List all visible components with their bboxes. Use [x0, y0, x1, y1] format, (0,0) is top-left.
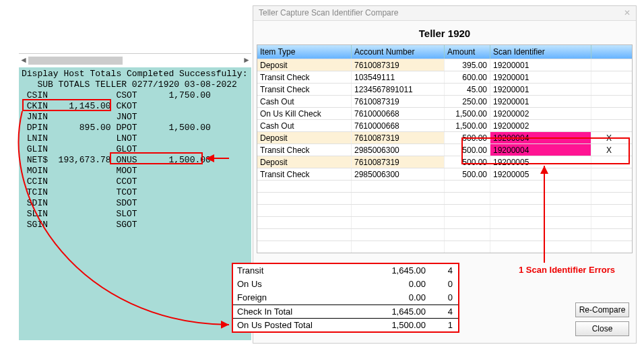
cell-amount: 600.00 [445, 71, 490, 83]
cell-item-type: Transit Check [257, 71, 352, 83]
host-line: NET$ 193,673.78 ONUS 1,500.00 [19, 155, 251, 166]
host-line: CSIN CSOT 1,750.00 [19, 90, 251, 101]
table-row[interactable] [257, 180, 632, 192]
cell-error-mark: X [591, 132, 626, 143]
host-line: MOIN MOOT [19, 166, 251, 176]
cell-account: 7610000668 [352, 120, 445, 131]
cell-error-mark [591, 168, 626, 180]
cell-amount: 500.00 [445, 144, 490, 156]
horizontal-scrollbar[interactable]: ◄ ► [19, 54, 251, 67]
summary-label: Check In Total [237, 305, 345, 318]
host-line: CCIN CCOT [19, 176, 251, 187]
cell-account: 2985006300 [352, 144, 445, 156]
summary-label: On Us Posted Total [237, 319, 345, 331]
col-header-scan[interactable]: Scan Identifier [490, 45, 591, 59]
table-row[interactable]: Deposit7610087319500.0019200005 [257, 156, 632, 168]
summary-count: 4 [426, 264, 453, 278]
table-row[interactable]: On Us Kill Check76100006681,500.00192000… [257, 107, 632, 119]
cell-scan-id: 19200004 [490, 132, 591, 143]
col-header-mark[interactable] [591, 45, 626, 59]
cell-error-mark [591, 120, 626, 131]
scan-grid: Item Type Account Number Amount Scan Ide… [257, 44, 633, 253]
cell-error-mark [591, 108, 626, 119]
host-line: CKIN 1,145.00 CKOT [19, 101, 251, 112]
scroll-right-icon[interactable]: ► [242, 56, 251, 65]
cell-amount: 250.00 [445, 96, 490, 107]
summary-value: 0.00 [345, 291, 426, 304]
cell-item-type: Cash Out [257, 96, 352, 107]
close-icon[interactable]: ✕ [624, 8, 631, 18]
summary-value: 1,645.00 [345, 305, 426, 318]
cell-account: 2985006300 [352, 168, 445, 180]
cell-amount: 500.00 [445, 168, 490, 180]
summary-value: 1,500.00 [345, 319, 426, 331]
cell-amount: 395.00 [445, 59, 490, 71]
table-row[interactable]: Cash Out76100006681,500.0019200002 [257, 119, 632, 131]
cell-account: 7610000668 [352, 108, 445, 119]
summary-value: 1,645.00 [345, 264, 426, 278]
cell-item-type: Deposit [257, 156, 352, 168]
host-totals-display: Display Host Totals Completed Successful… [19, 67, 251, 340]
table-row[interactable]: Transit Check2985006300500.0019200004X [257, 143, 632, 156]
host-line: LNIN LNOT [19, 133, 251, 144]
table-row[interactable]: Transit Check2985006300500.0019200005 [257, 168, 632, 180]
cell-error-mark [591, 59, 626, 71]
summary-totals: Transit1,645.004On Us0.000Foreign0.000Ch… [232, 263, 459, 333]
cell-scan-id: 19200004 [490, 144, 591, 156]
summary-label: Foreign [237, 291, 345, 304]
cell-scan-id: 19200001 [490, 84, 591, 95]
table-row[interactable] [257, 240, 632, 253]
cell-item-type: Deposit [257, 132, 352, 143]
close-button[interactable]: Close [575, 321, 629, 336]
host-line: SLIN SLOT [19, 209, 251, 220]
table-row[interactable]: Transit Check123456789101145.0019200001 [257, 83, 632, 95]
summary-row: Check In Total1,645.004 [233, 304, 458, 318]
table-row[interactable] [257, 216, 632, 228]
cell-scan-id: 19200001 [490, 96, 591, 107]
col-header-amount[interactable]: Amount [445, 45, 490, 59]
host-line: JNIN JNOT [19, 112, 251, 123]
summary-count: 4 [426, 305, 453, 318]
host-line: Display Host Totals Completed Successful… [19, 69, 251, 79]
cell-scan-id: 19200001 [490, 59, 591, 71]
cell-item-type: Cash Out [257, 120, 352, 131]
host-line: DPIN 895.00 DPOT 1,500.00 [19, 123, 251, 133]
cell-error-mark [591, 84, 626, 95]
summary-label: Transit [237, 264, 345, 278]
cell-item-type: Transit Check [257, 144, 352, 156]
host-line: SGIN SGOT [19, 220, 251, 230]
re-compare-button[interactable]: Re-Compare [575, 302, 629, 317]
cell-account: 7610087319 [352, 96, 445, 107]
cell-error-mark [591, 96, 626, 107]
summary-row: On Us0.000 [233, 278, 458, 291]
cell-account: 1234567891011 [352, 84, 445, 95]
col-header-account[interactable]: Account Number [352, 45, 445, 59]
table-row[interactable]: Deposit7610087319395.0019200001 [257, 59, 632, 71]
summary-row: Foreign0.000 [233, 291, 458, 304]
host-line: SUB TOTALS TELLER 0277/1920 03-08-2022 [19, 79, 251, 90]
table-row[interactable] [257, 228, 632, 240]
table-row[interactable]: Transit Check103549111600.0019200001 [257, 71, 632, 83]
teller-title: Teller 1920 [253, 21, 636, 44]
cell-error-mark [591, 156, 626, 168]
dialog-title: Teller Capture Scan Identifier Compare [259, 8, 398, 18]
scroll-left-icon[interactable]: ◄ [19, 56, 28, 65]
cell-amount: 1,500.00 [445, 108, 490, 119]
cell-scan-id: 19200002 [490, 120, 591, 131]
cell-amount: 1,500.00 [445, 120, 490, 131]
col-header-item-type[interactable]: Item Type [257, 45, 352, 59]
host-line: TCIN TCOT [19, 187, 251, 198]
scroll-thumb[interactable] [28, 57, 123, 65]
summary-count: 0 [426, 278, 453, 291]
table-row[interactable]: Deposit7610087319500.0019200004X [257, 131, 632, 143]
cell-scan-id: 19200002 [490, 108, 591, 119]
table-row[interactable] [257, 204, 632, 216]
table-row[interactable]: Cash Out7610087319250.0019200001 [257, 95, 632, 107]
summary-count: 0 [426, 291, 453, 304]
table-row[interactable] [257, 192, 632, 204]
cell-account: 103549111 [352, 71, 445, 83]
summary-count: 1 [426, 319, 453, 331]
cell-scan-id: 19200005 [490, 168, 591, 180]
summary-row: Transit1,645.004 [233, 264, 458, 278]
host-line: GLIN GLOT [19, 144, 251, 155]
